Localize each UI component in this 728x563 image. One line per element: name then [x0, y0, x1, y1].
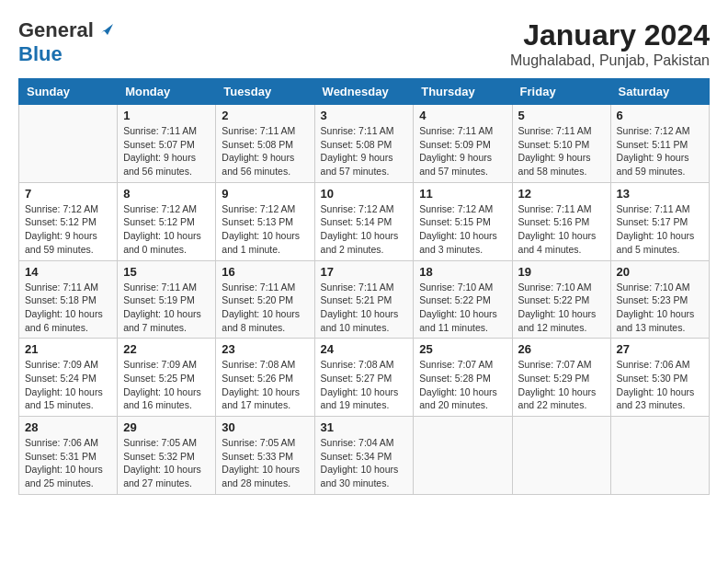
logo-general: General: [18, 18, 94, 42]
title-section: January 2024 Mughalabad, Punjab, Pakista…: [510, 18, 710, 69]
day-detail: Sunrise: 7:12 AMSunset: 5:15 PMDaylight:…: [419, 202, 506, 257]
day-detail: Sunrise: 7:05 AMSunset: 5:33 PMDaylight:…: [222, 436, 308, 490]
day-number: 1: [123, 109, 210, 122]
day-number: 10: [321, 187, 408, 201]
day-detail: Sunrise: 7:09 AMSunset: 5:25 PMDaylight:…: [123, 358, 210, 412]
calendar-cell: 26Sunrise: 7:07 AMSunset: 5:29 PMDayligh…: [512, 339, 610, 417]
calendar-cell: 5Sunrise: 7:11 AMSunset: 5:10 PMDaylight…: [512, 105, 610, 183]
header-row: SundayMondayTuesdayWednesdayThursdayFrid…: [19, 79, 710, 105]
calendar-week-4: 21Sunrise: 7:09 AMSunset: 5:24 PMDayligh…: [19, 339, 710, 417]
logo-bird-icon: [97, 20, 113, 37]
header-day-monday: Monday: [118, 79, 216, 105]
day-detail: Sunrise: 7:11 AMSunset: 5:09 PMDaylight:…: [419, 124, 506, 178]
day-detail: Sunrise: 7:11 AMSunset: 5:18 PMDaylight:…: [25, 281, 111, 335]
calendar-cell: 25Sunrise: 7:07 AMSunset: 5:28 PMDayligh…: [414, 339, 512, 417]
day-number: 14: [25, 265, 111, 279]
day-number: 2: [222, 109, 308, 122]
calendar-week-2: 7Sunrise: 7:12 AMSunset: 5:12 PMDaylight…: [19, 182, 710, 260]
calendar-cell: 10Sunrise: 7:12 AMSunset: 5:14 PMDayligh…: [314, 182, 414, 260]
calendar-cell: 17Sunrise: 7:11 AMSunset: 5:21 PMDayligh…: [314, 260, 414, 339]
day-detail: Sunrise: 7:11 AMSunset: 5:21 PMDaylight:…: [321, 281, 408, 335]
day-number: 22: [123, 342, 210, 356]
calendar-cell: 19Sunrise: 7:10 AMSunset: 5:22 PMDayligh…: [512, 260, 610, 339]
calendar-cell: 27Sunrise: 7:06 AMSunset: 5:30 PMDayligh…: [610, 339, 709, 417]
day-detail: Sunrise: 7:08 AMSunset: 5:27 PMDaylight:…: [321, 358, 408, 412]
calendar-cell: 2Sunrise: 7:11 AMSunset: 5:08 PMDaylight…: [216, 105, 314, 183]
header-day-sunday: Sunday: [19, 79, 118, 105]
calendar-week-3: 14Sunrise: 7:11 AMSunset: 5:18 PMDayligh…: [19, 260, 710, 339]
calendar-cell: 28Sunrise: 7:06 AMSunset: 5:31 PMDayligh…: [19, 417, 118, 495]
day-detail: Sunrise: 7:11 AMSunset: 5:20 PMDaylight:…: [222, 281, 308, 335]
day-detail: Sunrise: 7:12 AMSunset: 5:11 PMDaylight:…: [617, 124, 703, 178]
page-title: January 2024: [510, 18, 710, 52]
header-day-wednesday: Wednesday: [314, 79, 414, 105]
logo-blue: Blue: [18, 42, 63, 65]
calendar-cell: 8Sunrise: 7:12 AMSunset: 5:12 PMDaylight…: [118, 182, 216, 260]
calendar-cell: 11Sunrise: 7:12 AMSunset: 5:15 PMDayligh…: [414, 182, 512, 260]
day-detail: Sunrise: 7:12 AMSunset: 5:12 PMDaylight:…: [123, 202, 210, 257]
day-number: 18: [419, 265, 506, 279]
day-detail: Sunrise: 7:12 AMSunset: 5:14 PMDaylight:…: [321, 202, 408, 257]
calendar-cell: 20Sunrise: 7:10 AMSunset: 5:23 PMDayligh…: [610, 260, 709, 339]
day-number: 29: [123, 420, 210, 434]
calendar-cell: [19, 105, 118, 183]
calendar-body: 1Sunrise: 7:11 AMSunset: 5:07 PMDaylight…: [19, 105, 710, 495]
calendar-cell: 31Sunrise: 7:04 AMSunset: 5:34 PMDayligh…: [314, 417, 414, 495]
day-detail: Sunrise: 7:11 AMSunset: 5:08 PMDaylight:…: [321, 124, 408, 178]
day-number: 24: [321, 342, 408, 356]
calendar-table: SundayMondayTuesdayWednesdayThursdayFrid…: [18, 78, 710, 495]
day-number: 13: [617, 187, 703, 201]
day-number: 12: [518, 187, 605, 201]
day-number: 19: [518, 265, 605, 279]
calendar-cell: [414, 417, 512, 495]
calendar-cell: 24Sunrise: 7:08 AMSunset: 5:27 PMDayligh…: [314, 339, 414, 417]
day-detail: Sunrise: 7:06 AMSunset: 5:30 PMDaylight:…: [617, 358, 703, 412]
calendar-week-1: 1Sunrise: 7:11 AMSunset: 5:07 PMDaylight…: [19, 105, 710, 183]
calendar-cell: 21Sunrise: 7:09 AMSunset: 5:24 PMDayligh…: [19, 339, 118, 417]
day-detail: Sunrise: 7:12 AMSunset: 5:12 PMDaylight:…: [25, 202, 111, 257]
calendar-cell: [512, 417, 610, 495]
day-detail: Sunrise: 7:07 AMSunset: 5:29 PMDaylight:…: [518, 358, 605, 412]
calendar-cell: [610, 417, 709, 495]
header-day-tuesday: Tuesday: [216, 79, 314, 105]
day-detail: Sunrise: 7:10 AMSunset: 5:22 PMDaylight:…: [419, 281, 506, 335]
calendar-cell: 29Sunrise: 7:05 AMSunset: 5:32 PMDayligh…: [118, 417, 216, 495]
day-detail: Sunrise: 7:11 AMSunset: 5:17 PMDaylight:…: [617, 202, 703, 257]
day-number: 31: [321, 420, 408, 434]
calendar-cell: 12Sunrise: 7:11 AMSunset: 5:16 PMDayligh…: [512, 182, 610, 260]
header-day-friday: Friday: [512, 79, 610, 105]
calendar-cell: 18Sunrise: 7:10 AMSunset: 5:22 PMDayligh…: [414, 260, 512, 339]
page-subtitle: Mughalabad, Punjab, Pakistan: [510, 52, 710, 69]
page-header: General Blue January 2024 Mughalabad, Pu…: [18, 18, 710, 69]
calendar-cell: 14Sunrise: 7:11 AMSunset: 5:18 PMDayligh…: [19, 260, 118, 339]
day-number: 20: [617, 265, 703, 279]
day-number: 4: [419, 109, 506, 122]
calendar-cell: 7Sunrise: 7:12 AMSunset: 5:12 PMDaylight…: [19, 182, 118, 260]
calendar-cell: 4Sunrise: 7:11 AMSunset: 5:09 PMDaylight…: [414, 105, 512, 183]
calendar-header: SundayMondayTuesdayWednesdayThursdayFrid…: [19, 79, 710, 105]
day-number: 28: [25, 420, 111, 434]
day-detail: Sunrise: 7:11 AMSunset: 5:10 PMDaylight:…: [518, 124, 605, 178]
day-detail: Sunrise: 7:09 AMSunset: 5:24 PMDaylight:…: [25, 358, 111, 412]
day-number: 15: [123, 265, 210, 279]
calendar-cell: 22Sunrise: 7:09 AMSunset: 5:25 PMDayligh…: [118, 339, 216, 417]
day-number: 7: [25, 187, 111, 201]
day-number: 27: [617, 342, 703, 356]
day-number: 6: [617, 109, 703, 122]
logo: General Blue: [18, 18, 113, 66]
calendar-week-5: 28Sunrise: 7:06 AMSunset: 5:31 PMDayligh…: [19, 417, 710, 495]
day-detail: Sunrise: 7:06 AMSunset: 5:31 PMDaylight:…: [25, 436, 111, 490]
header-day-saturday: Saturday: [610, 79, 709, 105]
day-number: 9: [222, 187, 308, 201]
day-detail: Sunrise: 7:11 AMSunset: 5:08 PMDaylight:…: [222, 124, 308, 178]
day-number: 25: [419, 342, 506, 356]
day-detail: Sunrise: 7:11 AMSunset: 5:19 PMDaylight:…: [123, 281, 210, 335]
day-number: 17: [321, 265, 408, 279]
day-number: 3: [321, 109, 408, 122]
day-detail: Sunrise: 7:04 AMSunset: 5:34 PMDaylight:…: [321, 436, 408, 490]
calendar-cell: 3Sunrise: 7:11 AMSunset: 5:08 PMDaylight…: [314, 105, 414, 183]
calendar-cell: 1Sunrise: 7:11 AMSunset: 5:07 PMDaylight…: [118, 105, 216, 183]
day-detail: Sunrise: 7:12 AMSunset: 5:13 PMDaylight:…: [222, 202, 308, 257]
day-detail: Sunrise: 7:07 AMSunset: 5:28 PMDaylight:…: [419, 358, 506, 412]
calendar-cell: 30Sunrise: 7:05 AMSunset: 5:33 PMDayligh…: [216, 417, 314, 495]
